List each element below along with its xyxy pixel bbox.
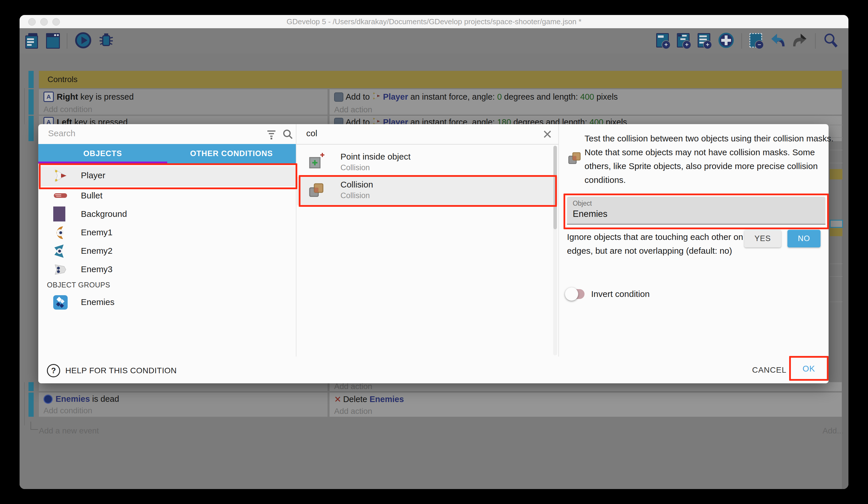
conditions-cell[interactable]: Enemies is dead Add condition (39, 393, 328, 417)
add-action-link[interactable]: Add action (330, 105, 842, 114)
no-button[interactable]: NO (787, 230, 820, 248)
keyboard-key-icon: A (43, 92, 54, 102)
play-icon[interactable] (75, 32, 92, 50)
tree-guide-line (24, 88, 25, 124)
add-condition-link[interactable]: Add condition (39, 406, 328, 415)
dialog-footer: ? HELP FOR THIS CONDITION CANCEL OK (38, 356, 829, 383)
list-item-enemy2[interactable]: Enemy2 (38, 242, 296, 260)
enemy3-ship-icon (53, 262, 68, 278)
add-action-link[interactable]: Add action (330, 382, 842, 391)
close-window-button[interactable] (28, 18, 36, 26)
tree-corner (31, 422, 38, 430)
event-handle[interactable] (29, 71, 34, 88)
undo-icon[interactable] (770, 33, 785, 49)
event-handle[interactable] (29, 89, 34, 115)
list-item-enemies-group[interactable]: Enemies (38, 293, 296, 313)
toolbar: + + + − (20, 28, 848, 53)
add-comment-icon[interactable]: + (698, 33, 711, 49)
player-ship-icon (372, 92, 381, 102)
help-button[interactable]: ? HELP FOR THIS CONDITION (47, 364, 177, 377)
search-icon[interactable] (282, 129, 293, 141)
tab-indicator (38, 162, 167, 164)
traffic-lights (28, 18, 64, 27)
collision-icon (567, 151, 582, 167)
delete-icon: ✕ (334, 394, 341, 404)
conditions-cell[interactable]: A Right key is pressed Add condition (39, 89, 328, 115)
invert-condition-toggle[interactable] (567, 289, 585, 299)
inline-field-sliver (830, 220, 843, 228)
list-item-bullet[interactable]: Bullet (38, 187, 296, 205)
actions-cell[interactable]: Add to Player an instant force, angle: 0… (330, 89, 842, 115)
filter-icon[interactable] (266, 129, 277, 141)
event-group-header-sliver (830, 228, 843, 236)
ignore-edges-label: Ignore objects that are touching each ot… (567, 230, 774, 258)
result-point-inside-object[interactable]: Point inside object Collision (297, 148, 558, 176)
collision-icon (308, 181, 325, 200)
window-title: GDevelop 5 - /Users/dkarakay/Documents/G… (20, 15, 848, 28)
object-field-label: Object (573, 200, 592, 208)
enemy-dead-icon (43, 395, 53, 404)
condition-editor-dialog: OBJECTS OTHER CONDITIONS Player Bullet B… (38, 124, 829, 383)
conditions-cell[interactable] (39, 382, 328, 391)
object-field-value: Enemies (573, 209, 608, 219)
point-inside-object-icon (308, 152, 326, 171)
clear-search-icon[interactable] (542, 129, 553, 141)
condition-search-input[interactable] (306, 128, 508, 139)
event-group-title: Controls (48, 75, 78, 84)
event-handle[interactable] (29, 116, 34, 141)
event-handle[interactable] (29, 393, 34, 417)
object-field[interactable]: Object Enemies (567, 197, 825, 225)
list-item-player[interactable]: Player (38, 166, 296, 187)
result-collision[interactable]: Collision Collision (297, 177, 558, 205)
scrollbar-thumb[interactable] (554, 146, 557, 229)
cancel-button[interactable]: CANCEL (749, 356, 789, 383)
toggle-thumb[interactable] (565, 288, 578, 301)
condition-description: Test the collision between two objects u… (585, 132, 835, 187)
player-ship-icon (53, 169, 68, 184)
add-force-icon (334, 92, 343, 102)
tree-guide-line (24, 382, 25, 425)
redo-icon[interactable] (793, 33, 808, 49)
add-circle-icon[interactable] (719, 32, 734, 49)
object-search-input[interactable] (48, 128, 250, 139)
bullet-icon (53, 193, 68, 200)
add-new-event-link[interactable]: Add a new event (39, 426, 99, 436)
event-handle[interactable] (29, 382, 34, 391)
actions-cell[interactable]: Add action (330, 382, 842, 391)
list-item-enemy1[interactable]: Enemy1 (38, 223, 296, 242)
enemy1-ship-icon (53, 225, 68, 241)
scene-editor-icon[interactable] (46, 33, 59, 49)
tab-other-conditions[interactable]: OTHER CONDITIONS (167, 144, 296, 164)
list-item-enemy3[interactable]: Enemy3 (38, 260, 296, 279)
ok-button[interactable]: OK (789, 356, 829, 381)
enemy2-ship-icon (53, 244, 68, 260)
invert-condition-label: Invert condition (591, 289, 650, 299)
background-icon (53, 206, 65, 223)
project-manager-icon[interactable] (25, 33, 39, 49)
help-icon: ? (47, 364, 60, 377)
tab-objects[interactable]: OBJECTS (38, 144, 167, 164)
yes-button[interactable]: YES (744, 230, 781, 248)
enemies-group-icon (53, 295, 68, 311)
actions-cell[interactable]: ✕ Delete Enemies Add action (330, 393, 842, 417)
dialog-tabbar: OBJECTS OTHER CONDITIONS (38, 144, 296, 164)
zoom-window-button[interactable] (52, 18, 60, 26)
add-action-link[interactable]: Add action (330, 407, 842, 416)
results-scrollbar[interactable] (553, 146, 557, 355)
event-group-header[interactable]: Controls (39, 71, 842, 88)
minimize-window-button[interactable] (40, 18, 48, 26)
delete-event-icon[interactable]: − (750, 33, 763, 49)
add-condition-link[interactable]: Add condition (39, 105, 328, 114)
add-event-icon[interactable]: + (656, 33, 669, 49)
add-subevent-icon[interactable]: + (677, 33, 690, 49)
debugger-icon[interactable] (99, 32, 113, 50)
titlebar: GDevelop 5 - /Users/dkarakay/Documents/G… (20, 15, 848, 28)
search-events-icon[interactable] (823, 32, 838, 49)
object-groups-header: OBJECT GROUPS (47, 280, 110, 290)
add-more-link[interactable]: Add... (823, 426, 844, 436)
list-item-background[interactable]: Background (38, 205, 296, 223)
